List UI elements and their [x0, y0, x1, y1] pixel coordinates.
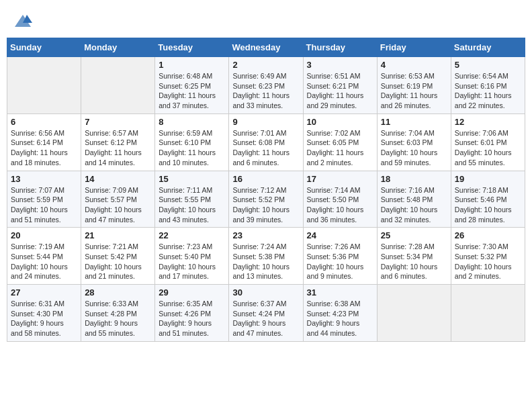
- calendar-week-row: 13Sunrise: 7:07 AM Sunset: 5:59 PM Dayli…: [7, 171, 525, 228]
- day-number: 2: [232, 60, 299, 70]
- day-info: Sunrise: 7:09 AM Sunset: 5:57 PM Dayligh…: [85, 185, 151, 225]
- day-number: 18: [381, 174, 447, 184]
- calendar-day-cell: 15Sunrise: 7:11 AM Sunset: 5:55 PM Dayli…: [155, 171, 229, 228]
- calendar-day-cell: 20Sunrise: 7:19 AM Sunset: 5:44 PM Dayli…: [7, 228, 81, 285]
- calendar-day-cell: 12Sunrise: 7:06 AM Sunset: 6:01 PM Dayli…: [451, 113, 525, 171]
- day-number: 24: [307, 230, 373, 240]
- calendar-day-cell: 8Sunrise: 6:59 AM Sunset: 6:10 PM Daylig…: [155, 113, 229, 171]
- weekday-header-cell: Wednesday: [229, 38, 303, 57]
- calendar-day-cell: 26Sunrise: 7:30 AM Sunset: 5:32 PM Dayli…: [451, 228, 525, 285]
- calendar-day-cell: 9Sunrise: 7:01 AM Sunset: 6:08 PM Daylig…: [229, 113, 303, 171]
- day-number: 7: [85, 117, 151, 127]
- day-info: Sunrise: 7:30 AM Sunset: 5:32 PM Dayligh…: [455, 242, 521, 281]
- day-info: Sunrise: 7:14 AM Sunset: 5:50 PM Dayligh…: [307, 185, 373, 225]
- day-info: Sunrise: 7:23 AM Sunset: 5:40 PM Dayligh…: [159, 242, 225, 281]
- day-number: 31: [307, 287, 373, 298]
- calendar-day-cell: 18Sunrise: 7:16 AM Sunset: 5:48 PM Dayli…: [377, 171, 451, 228]
- day-number: 14: [85, 174, 151, 184]
- calendar-table: SundayMondayTuesdayWednesdayThursdayFrid…: [7, 38, 525, 342]
- day-info: Sunrise: 7:28 AM Sunset: 5:34 PM Dayligh…: [381, 242, 447, 281]
- day-info: Sunrise: 6:31 AM Sunset: 4:30 PM Dayligh…: [11, 299, 77, 338]
- calendar-day-cell: 14Sunrise: 7:09 AM Sunset: 5:57 PM Dayli…: [81, 171, 155, 228]
- calendar-day-cell: 4Sunrise: 6:53 AM Sunset: 6:19 PM Daylig…: [377, 57, 451, 114]
- day-number: 13: [11, 174, 77, 184]
- day-info: Sunrise: 7:01 AM Sunset: 6:08 PM Dayligh…: [232, 128, 299, 168]
- day-info: Sunrise: 6:38 AM Sunset: 4:23 PM Dayligh…: [307, 299, 373, 338]
- weekday-header-cell: Sunday: [7, 38, 81, 57]
- day-number: 21: [85, 230, 151, 240]
- day-info: Sunrise: 7:06 AM Sunset: 6:01 PM Dayligh…: [455, 128, 521, 168]
- day-number: 28: [85, 287, 151, 298]
- day-number: 26: [455, 230, 521, 240]
- calendar-day-cell: [451, 285, 525, 342]
- logo: [13, 12, 34, 31]
- calendar-day-cell: 23Sunrise: 7:24 AM Sunset: 5:38 PM Dayli…: [229, 228, 303, 285]
- day-info: Sunrise: 6:51 AM Sunset: 6:21 PM Dayligh…: [307, 71, 373, 111]
- day-number: 1: [159, 60, 225, 70]
- day-info: Sunrise: 6:53 AM Sunset: 6:19 PM Dayligh…: [381, 71, 447, 111]
- day-number: 6: [11, 117, 77, 127]
- calendar-day-cell: 7Sunrise: 6:57 AM Sunset: 6:12 PM Daylig…: [81, 113, 155, 171]
- day-number: 29: [159, 287, 225, 298]
- day-info: Sunrise: 7:11 AM Sunset: 5:55 PM Dayligh…: [159, 185, 225, 225]
- calendar-day-cell: 17Sunrise: 7:14 AM Sunset: 5:50 PM Dayli…: [303, 171, 377, 228]
- day-number: 30: [232, 287, 299, 298]
- calendar-day-cell: 10Sunrise: 7:02 AM Sunset: 6:05 PM Dayli…: [303, 113, 377, 171]
- calendar-day-cell: 3Sunrise: 6:51 AM Sunset: 6:21 PM Daylig…: [303, 57, 377, 114]
- weekday-header-row: SundayMondayTuesdayWednesdayThursdayFrid…: [7, 38, 525, 57]
- day-number: 20: [11, 230, 77, 240]
- calendar-week-row: 6Sunrise: 6:56 AM Sunset: 6:14 PM Daylig…: [7, 113, 525, 171]
- day-number: 25: [381, 230, 447, 240]
- day-number: 23: [232, 230, 299, 240]
- calendar-day-cell: 1Sunrise: 6:48 AM Sunset: 6:25 PM Daylig…: [155, 57, 229, 114]
- calendar-week-row: 1Sunrise: 6:48 AM Sunset: 6:25 PM Daylig…: [7, 57, 525, 114]
- day-info: Sunrise: 6:49 AM Sunset: 6:23 PM Dayligh…: [232, 71, 299, 111]
- calendar-day-cell: 2Sunrise: 6:49 AM Sunset: 6:23 PM Daylig…: [229, 57, 303, 114]
- day-info: Sunrise: 6:35 AM Sunset: 4:26 PM Dayligh…: [159, 299, 225, 338]
- calendar-day-cell: 31Sunrise: 6:38 AM Sunset: 4:23 PM Dayli…: [303, 285, 377, 342]
- calendar-day-cell: 24Sunrise: 7:26 AM Sunset: 5:36 PM Dayli…: [303, 228, 377, 285]
- day-info: Sunrise: 6:56 AM Sunset: 6:14 PM Dayligh…: [11, 128, 77, 168]
- day-number: 17: [307, 174, 373, 184]
- day-info: Sunrise: 7:16 AM Sunset: 5:48 PM Dayligh…: [381, 185, 447, 225]
- day-info: Sunrise: 7:04 AM Sunset: 6:03 PM Dayligh…: [381, 128, 447, 168]
- calendar-day-cell: [377, 285, 451, 342]
- calendar-day-cell: 5Sunrise: 6:54 AM Sunset: 6:16 PM Daylig…: [451, 57, 525, 114]
- weekday-header-cell: Monday: [81, 38, 155, 57]
- logo-icon: [13, 12, 32, 31]
- calendar-day-cell: 19Sunrise: 7:18 AM Sunset: 5:46 PM Dayli…: [451, 171, 525, 228]
- day-number: 19: [455, 174, 521, 184]
- calendar-body: 1Sunrise: 6:48 AM Sunset: 6:25 PM Daylig…: [7, 57, 525, 342]
- day-info: Sunrise: 6:54 AM Sunset: 6:16 PM Dayligh…: [455, 71, 521, 111]
- page-header: [7, 7, 525, 34]
- day-number: 10: [307, 117, 373, 127]
- day-info: Sunrise: 7:18 AM Sunset: 5:46 PM Dayligh…: [455, 185, 521, 225]
- day-number: 16: [232, 174, 299, 184]
- calendar-day-cell: 16Sunrise: 7:12 AM Sunset: 5:52 PM Dayli…: [229, 171, 303, 228]
- day-number: 15: [159, 174, 225, 184]
- day-number: 22: [159, 230, 225, 240]
- weekday-header-cell: Saturday: [451, 38, 525, 57]
- day-number: 8: [159, 117, 225, 127]
- day-info: Sunrise: 7:07 AM Sunset: 5:59 PM Dayligh…: [11, 185, 77, 225]
- day-number: 9: [232, 117, 299, 127]
- day-info: Sunrise: 6:37 AM Sunset: 4:24 PM Dayligh…: [232, 299, 299, 338]
- weekday-header-cell: Tuesday: [155, 38, 229, 57]
- day-info: Sunrise: 7:26 AM Sunset: 5:36 PM Dayligh…: [307, 242, 373, 281]
- day-info: Sunrise: 6:59 AM Sunset: 6:10 PM Dayligh…: [159, 128, 225, 168]
- calendar-week-row: 20Sunrise: 7:19 AM Sunset: 5:44 PM Dayli…: [7, 228, 525, 285]
- calendar-day-cell: 27Sunrise: 6:31 AM Sunset: 4:30 PM Dayli…: [7, 285, 81, 342]
- calendar-day-cell: 11Sunrise: 7:04 AM Sunset: 6:03 PM Dayli…: [377, 113, 451, 171]
- calendar-day-cell: 13Sunrise: 7:07 AM Sunset: 5:59 PM Dayli…: [7, 171, 81, 228]
- calendar-day-cell: 29Sunrise: 6:35 AM Sunset: 4:26 PM Dayli…: [155, 285, 229, 342]
- calendar-week-row: 27Sunrise: 6:31 AM Sunset: 4:30 PM Dayli…: [7, 285, 525, 342]
- day-info: Sunrise: 7:21 AM Sunset: 5:42 PM Dayligh…: [85, 242, 151, 281]
- day-number: 11: [381, 117, 447, 127]
- day-info: Sunrise: 7:24 AM Sunset: 5:38 PM Dayligh…: [232, 242, 299, 281]
- day-number: 5: [455, 60, 521, 70]
- day-number: 4: [381, 60, 447, 70]
- weekday-header-cell: Thursday: [303, 38, 377, 57]
- day-number: 3: [307, 60, 373, 70]
- day-number: 27: [11, 287, 77, 298]
- calendar-day-cell: 28Sunrise: 6:33 AM Sunset: 4:28 PM Dayli…: [81, 285, 155, 342]
